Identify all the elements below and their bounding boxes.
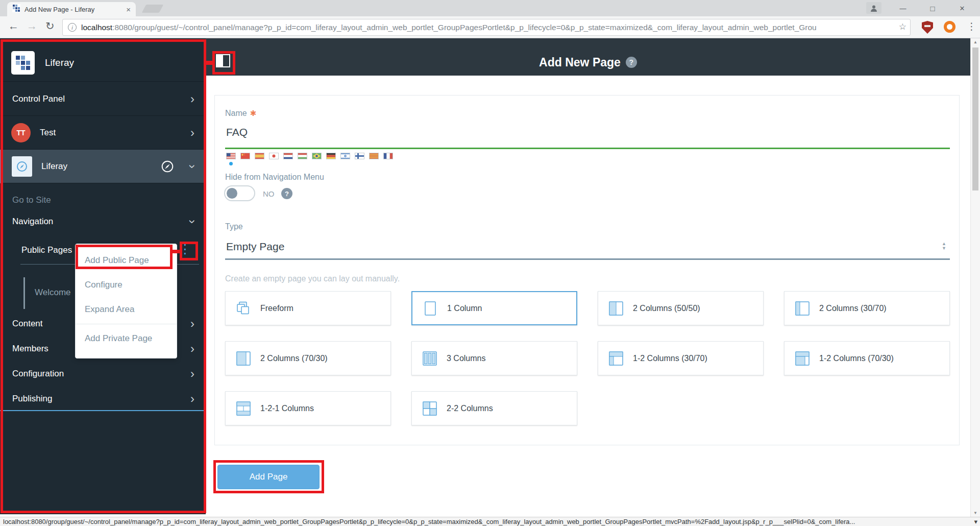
flag-fi-icon xyxy=(355,153,364,159)
minimize-button[interactable]: — xyxy=(891,0,915,16)
configuration-label: Configuration xyxy=(12,369,64,379)
sidebar-item-navigation[interactable]: Navigation › xyxy=(0,212,206,231)
user-name-label: Test xyxy=(40,128,56,138)
bookmark-star-icon[interactable]: ☆ xyxy=(899,21,906,32)
address-bar[interactable]: i localhost:8080/group/guest/~/control_p… xyxy=(62,19,911,36)
layout-card[interactable]: 2-2 Columns xyxy=(411,391,577,425)
orange-extension-icon[interactable] xyxy=(944,21,955,33)
status-url-text: localhost:8080/group/guest/~/control_pan… xyxy=(3,518,855,525)
layout-card[interactable]: 2 Columns (50/50) xyxy=(598,291,764,325)
type-helper-text: Create an empty page you can lay out man… xyxy=(225,274,400,283)
flag-il-icon xyxy=(340,153,350,159)
name-input-focus-underline xyxy=(225,148,950,149)
page-scrollbar[interactable]: ▲ ▼ xyxy=(970,38,980,517)
close-window-button[interactable]: ✕ xyxy=(950,0,974,16)
tab-close-icon[interactable]: × xyxy=(126,5,131,14)
menu-item-add-public-page[interactable]: Add Public Page xyxy=(76,248,177,273)
sidebar-item-user[interactable]: TT Test › xyxy=(0,116,206,150)
scrollbar-thumb[interactable] xyxy=(972,47,978,190)
chevron-right-icon: › xyxy=(190,93,194,105)
page-title-text: Add New Page xyxy=(539,56,621,69)
url-host: localhost xyxy=(81,23,112,32)
type-select-underline xyxy=(225,258,950,260)
layout-card-label: 2 Columns (70/30) xyxy=(260,354,328,363)
scroll-up-icon[interactable]: ▲ xyxy=(971,40,980,44)
maximize-button[interactable]: □ xyxy=(921,0,944,16)
sidebar-item-publishing[interactable]: Publishing › xyxy=(0,389,206,409)
browser-menu-icon[interactable]: ⋮ xyxy=(967,20,976,32)
locale-flag[interactable] xyxy=(369,153,379,159)
layout-card-label: 1-2 Columns (30/70) xyxy=(633,354,707,363)
locale-flag[interactable] xyxy=(340,153,350,159)
sidebar-item-configuration[interactable]: Configuration › xyxy=(0,364,206,384)
layout-card[interactable]: 2 Columns (30/70) xyxy=(784,291,950,325)
sidebar-item-go-to-site[interactable]: Go to Site xyxy=(0,192,206,209)
layout-1-column-icon xyxy=(422,300,439,317)
add-page-form: Name✱ FAQ Hide from Navigation Menu NO ?… xyxy=(214,95,960,445)
flag-hu-icon xyxy=(298,153,307,159)
locale-flag[interactable] xyxy=(226,153,236,159)
layout-card[interactable]: 1 Column xyxy=(411,291,577,325)
navigation-label: Navigation xyxy=(12,217,53,227)
status-scroll-arrow-icon: ▾ xyxy=(974,517,977,526)
liferay-favicon-icon xyxy=(12,4,20,14)
hide-from-nav-toggle[interactable] xyxy=(224,185,255,201)
flag-fr-icon xyxy=(383,153,393,159)
layout-card[interactable]: 3 Columns xyxy=(411,341,577,375)
locale-flag[interactable] xyxy=(312,153,322,159)
public-pages-kebab-icon[interactable]: ⋮ xyxy=(179,242,191,256)
compass-icon[interactable] xyxy=(161,160,174,176)
menu-item-expand-area[interactable]: Expand Area xyxy=(76,297,177,322)
locale-flag[interactable] xyxy=(255,153,264,159)
profile-icon[interactable] xyxy=(866,2,881,14)
layout-card[interactable]: 1-2-1 Columns xyxy=(225,391,391,425)
add-page-button[interactable]: Add Page xyxy=(217,465,320,489)
tab-title: Add New Page - Liferay xyxy=(24,6,122,13)
chevron-right-icon: › xyxy=(190,368,194,380)
toggle-knob xyxy=(227,188,237,199)
required-icon: ✱ xyxy=(250,109,257,117)
locale-flag[interactable] xyxy=(283,153,293,159)
layout-card[interactable]: 1-2 Columns (30/70) xyxy=(598,341,764,375)
layout-card[interactable]: 2 Columns (70/30) xyxy=(225,341,391,375)
locale-flag[interactable] xyxy=(355,153,364,159)
ublock-extension-icon[interactable] xyxy=(922,21,933,34)
locale-flag[interactable] xyxy=(240,153,250,159)
layout-card[interactable]: Freeform xyxy=(225,291,391,325)
liferay-logo-icon xyxy=(11,51,35,75)
back-icon[interactable]: ← xyxy=(8,20,19,32)
page-info-icon[interactable]: i xyxy=(68,23,77,32)
layout-card-label: 3 Columns xyxy=(447,354,485,363)
publishing-label: Publishing xyxy=(12,394,52,404)
new-tab-button[interactable] xyxy=(142,5,164,13)
layout-card-label: Freeform xyxy=(260,304,293,313)
reload-icon[interactable]: ↻ xyxy=(45,20,55,32)
layout-2-columns-70-30-icon xyxy=(235,350,252,367)
menu-item-add-private-page[interactable]: Add Private Page xyxy=(76,326,177,351)
browser-status-bar: localhost:8080/group/guest/~/control_pan… xyxy=(0,517,980,526)
locale-flag[interactable] xyxy=(383,153,393,159)
scroll-down-icon[interactable]: ▼ xyxy=(971,511,980,515)
locale-flag[interactable] xyxy=(298,153,307,159)
locale-flag[interactable] xyxy=(269,153,279,159)
sidebar-item-control-panel[interactable]: Control Panel › xyxy=(0,82,206,116)
help-icon[interactable]: ? xyxy=(626,57,637,68)
layout-card[interactable]: 1-2 Columns (70/30) xyxy=(784,341,950,375)
layout-2-columns-50-50-icon xyxy=(607,300,625,317)
name-input[interactable]: FAQ xyxy=(226,126,248,138)
chevron-down-icon: › xyxy=(186,164,199,169)
chevron-down-icon: › xyxy=(186,220,199,224)
layout-1-2-columns-70-30-icon xyxy=(794,350,811,367)
browser-tab[interactable]: Add New Page - Liferay × xyxy=(7,2,136,16)
menu-item-configure[interactable]: Configure xyxy=(76,273,177,297)
forward-icon[interactable]: → xyxy=(27,20,37,32)
type-select[interactable]: Empty Page xyxy=(226,241,284,253)
site-compass-icon xyxy=(12,156,32,177)
sidebar-accent-divider xyxy=(0,410,206,411)
layout-card-label: 1-2 Columns (70/30) xyxy=(819,354,894,363)
locale-flag[interactable] xyxy=(326,153,336,159)
layout-card-label: 1 Column xyxy=(447,304,482,313)
hide-help-icon[interactable]: ? xyxy=(281,188,292,199)
sidebar-item-site[interactable]: Liferay › xyxy=(0,150,206,183)
site-name-label: Liferay xyxy=(41,161,67,172)
